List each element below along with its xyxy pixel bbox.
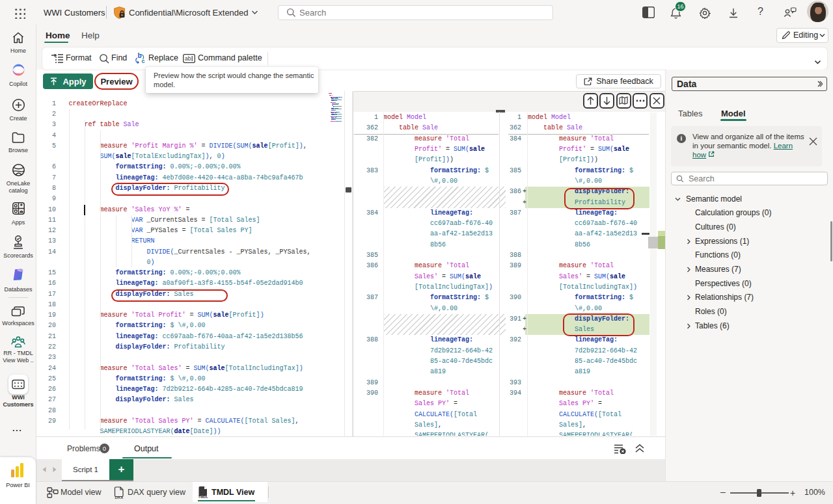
svg-text:DAX: DAX [115,496,124,499]
svg-text:TMDL: TMDL [198,495,209,499]
svg-text:ab: ab [185,55,191,62]
